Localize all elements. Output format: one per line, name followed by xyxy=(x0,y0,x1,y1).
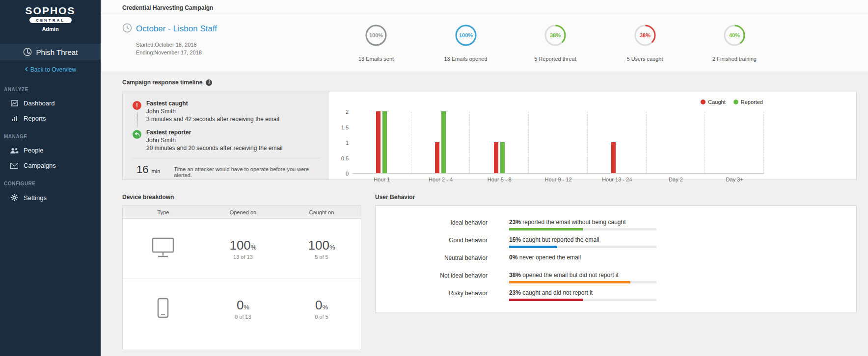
nav-section-label: ANALYZE xyxy=(0,79,101,96)
sidebar-item-dashboard[interactable]: Dashboard xyxy=(0,96,101,111)
behavior-row: Good behavior15% caught but reported the… xyxy=(376,236,856,248)
behavior-content: 23% reported the email without being cau… xyxy=(509,219,656,230)
stat-label: 5 Users caught xyxy=(613,56,677,62)
behavior-label: Ideal behavior xyxy=(376,219,488,230)
behavior-content: 15% caught but reported the email xyxy=(509,236,656,248)
y-tick-label: 0.5 xyxy=(341,155,349,161)
behavior-bar xyxy=(509,246,656,248)
behavior-bar xyxy=(509,299,656,301)
legend-dot xyxy=(701,100,705,104)
back-link-label: Back to Overview xyxy=(30,66,76,73)
device-breakdown-title: Device breakdown xyxy=(122,194,361,201)
sidebar-item-people[interactable]: People xyxy=(0,143,101,158)
behavior-content: 0% never opened the email xyxy=(509,254,656,266)
chart-column xyxy=(411,112,470,173)
chart-column xyxy=(353,112,411,173)
behavior-label: Risky behavior xyxy=(376,289,488,301)
attacker-minutes: 16 xyxy=(136,163,148,176)
mobile-opened-count: 0 of 13 xyxy=(204,314,282,320)
chevron-left-icon xyxy=(25,66,28,73)
device-table-header: Type Opened on Caught on xyxy=(123,206,361,219)
behavior-percent: 23% xyxy=(509,289,521,296)
bottom-section: Device breakdown Type Opened on Caught o… xyxy=(122,194,857,350)
behavior-bar xyxy=(509,281,656,283)
stat-donut: 100% xyxy=(454,23,478,48)
stat-donut: 38% xyxy=(633,23,657,48)
sidebar-item-campaigns[interactable]: Campaigns xyxy=(0,158,101,173)
behavior-bar xyxy=(509,263,656,266)
x-tick-label: Hour 2 - 4 xyxy=(411,177,470,182)
desktop-opened-percent: 100% xyxy=(204,238,282,253)
clock-icon xyxy=(122,23,132,35)
percent-unit: % xyxy=(329,244,335,251)
y-tick-label: 0 xyxy=(346,171,349,177)
campaign-stat: 38%5 Reported threat xyxy=(523,23,587,62)
timeline-section-title: Campaign response timeline xyxy=(122,79,202,86)
table-row-desktop: 100% 13 of 13 100% 5 of 5 xyxy=(123,219,361,279)
device-breakdown-card: Type Opened on Caught on 100% 13 of 13 xyxy=(122,205,361,350)
sidebar-item-phish-threat[interactable]: Phish Threat xyxy=(0,44,101,60)
stat-percent: 100% xyxy=(369,32,383,38)
behavior-label: Neutral behavior xyxy=(376,254,488,266)
legend-item-caught: Caught xyxy=(701,99,725,105)
percent-value: 0 xyxy=(237,298,244,312)
x-tick-label: Hour 5 - 8 xyxy=(470,177,529,182)
stat-donut: 100% xyxy=(364,23,388,48)
nav-item-label: Reports xyxy=(24,115,46,122)
behavior-text: 38% opened the email but did not report … xyxy=(509,272,656,279)
stat-percent: 100% xyxy=(459,32,472,38)
event-detail: 3 minutes and 42 seconds after receiving… xyxy=(146,116,279,123)
legend-item-reported: Reported xyxy=(733,99,763,105)
desktop-caught-percent: 100% xyxy=(282,238,361,253)
behavior-percent: 0% xyxy=(509,254,517,261)
chart-bar-reported xyxy=(441,111,446,173)
chart-column xyxy=(647,112,705,173)
nav-section-label: MANAGE xyxy=(0,126,101,143)
user-behavior-card: Ideal behavior23% reported the email wit… xyxy=(375,205,857,312)
alert-icon: ! xyxy=(133,101,141,110)
user-behavior-title: User Behavior xyxy=(375,194,857,201)
stat-percent: 38% xyxy=(639,32,650,38)
campaign-stat: 100%13 Emails opened xyxy=(434,23,498,62)
behavior-label: Good behavior xyxy=(376,236,488,248)
chart-column xyxy=(470,112,529,173)
campaign-summary: October - Lisbon Staff Started:October 1… xyxy=(101,15,868,72)
event-person: John Smith xyxy=(146,108,279,115)
x-tick-label: Hour 9 - 12 xyxy=(529,177,588,182)
back-to-overview-link[interactable]: Back to Overview xyxy=(0,60,101,79)
event-person: John Smith xyxy=(146,137,283,144)
chart-bar-reported xyxy=(382,111,387,173)
sidebar: SOPHOS CENTRAL Admin Phish Threat Back t… xyxy=(0,0,101,356)
info-icon[interactable]: i xyxy=(206,79,212,86)
settings-icon xyxy=(10,194,19,202)
behavior-text: 0% never opened the email xyxy=(509,254,656,261)
stat-label: 13 Emails sent xyxy=(344,56,408,62)
y-tick-label: 1 xyxy=(346,140,349,146)
desktop-icon xyxy=(152,251,174,259)
y-tick-label: 1.5 xyxy=(341,125,349,130)
campaign-title[interactable]: October - Lisbon Staff xyxy=(136,24,217,34)
event-detail: 20 minutes and 20 seconds after receivin… xyxy=(146,145,283,152)
timeline-card: ! Fastest caught John Smith 3 minutes an… xyxy=(122,92,857,180)
sidebar-nav: ANALYZEDashboardReportsMANAGEPeopleCampa… xyxy=(0,79,101,205)
sidebar-item-reports[interactable]: Reports xyxy=(0,111,101,126)
stat-label: 5 Reported threat xyxy=(523,56,587,62)
percent-value: 100 xyxy=(229,238,250,253)
campaign-stat: 40%2 Finished training xyxy=(703,23,766,62)
column-type: Type xyxy=(123,209,204,215)
chart-x-labels: Hour 1Hour 2 - 4Hour 5 - 8Hour 9 - 12Hou… xyxy=(353,177,764,182)
app: SOPHOS CENTRAL Admin Phish Threat Back t… xyxy=(0,0,868,356)
desktop-caught-count: 5 of 5 xyxy=(282,254,361,260)
behavior-bar-fill xyxy=(509,299,583,301)
behavior-percent: 15% xyxy=(509,236,521,243)
fastest-caught-event: ! Fastest caught John Smith 3 minutes an… xyxy=(133,100,320,123)
sidebar-item-settings[interactable]: Settings xyxy=(0,190,101,205)
x-tick-label: Hour 1 xyxy=(353,177,411,182)
chart-y-axis: 00.511.52 xyxy=(336,112,350,174)
nav-item-label: Campaigns xyxy=(24,162,56,169)
nav-item-label: Dashboard xyxy=(24,100,55,107)
account-label: Admin xyxy=(0,26,101,32)
nav-item-label: People xyxy=(24,147,43,154)
campaign-stats: 100%13 Emails sent100%13 Emails opened38… xyxy=(344,19,766,62)
campaign-dates: Started:October 18, 2018 Ending:November… xyxy=(136,41,344,56)
